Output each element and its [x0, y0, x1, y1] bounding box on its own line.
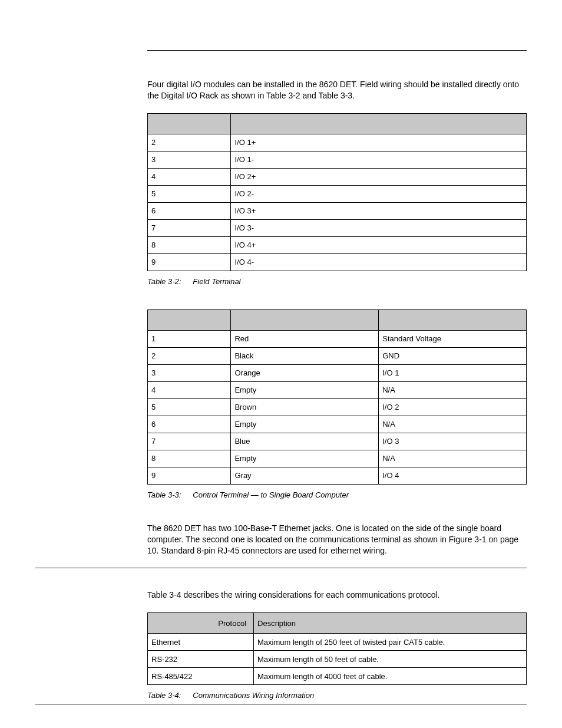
table-row: 4EmptyN/A [148, 381, 527, 398]
cell: Empty [231, 381, 379, 398]
table-3-4: Protocol Description EthernetMaximum len… [147, 612, 527, 685]
caption-label: Table 3-4: [147, 691, 181, 700]
cell: Maximum length of 4000 feet of cable. [254, 668, 527, 685]
cell: Empty [231, 416, 379, 433]
table-row: 9GrayI/O 4 [148, 467, 527, 484]
table-row: 6EmptyN/A [148, 416, 527, 433]
table-3-3: 1RedStandard Voltage 2BlackGND 3OrangeI/… [147, 309, 527, 485]
table-row: 2I/O 1+ [148, 134, 527, 151]
cell: Black [231, 347, 379, 364]
cell: I/O 3- [231, 219, 527, 236]
cell: Standard Voltage [379, 330, 527, 347]
table-3-3-header-blank-1 [148, 309, 231, 330]
table-3-3-caption: Table 3-3:Control Terminal — to Single B… [147, 490, 527, 499]
table-3-3-header-blank-2 [231, 309, 379, 330]
cell: 2 [148, 347, 231, 364]
table-row: RS-232Maximum length of 50 feet of cable… [148, 651, 527, 668]
cell: Brown [231, 398, 379, 416]
table-3-4-header-row: Protocol Description [148, 613, 527, 634]
cell: 7 [148, 219, 231, 236]
cell: Maximum length of 250 feet of twisted pa… [254, 634, 527, 651]
main-content: Four digital I/O modules can be installe… [147, 79, 527, 556]
table-row: 1RedStandard Voltage [148, 330, 527, 347]
cell: Empty [231, 450, 379, 467]
cell: Blue [231, 433, 379, 450]
table-3-2: 2I/O 1+ 3I/O 1- 4I/O 2+ 5I/O 2- 6I/O 3+ … [147, 113, 527, 271]
wiring-intro-paragraph: Table 3-4 describes the wiring considera… [147, 589, 527, 601]
cell: I/O 4+ [231, 236, 527, 253]
cell: 3 [148, 364, 231, 381]
cell: RS-485/422 [148, 668, 254, 685]
cell: Red [231, 330, 379, 347]
table-row: 4I/O 2+ [148, 168, 527, 185]
caption-text: Field Terminal [193, 277, 240, 286]
wiring-section: Table 3-4 describes the wiring considera… [147, 589, 527, 700]
table-3-2-header-blank-1 [148, 113, 231, 134]
table-row: 2BlackGND [148, 347, 527, 364]
cell: 9 [148, 253, 231, 271]
ethernet-paragraph: The 8620 DET has two 100-Base-T Ethernet… [147, 523, 527, 556]
caption-label: Table 3-2: [147, 277, 181, 286]
intro-paragraph: Four digital I/O modules can be installe… [147, 79, 527, 101]
cell: N/A [379, 450, 527, 467]
cell: 2 [148, 134, 231, 151]
table-row: EthernetMaximum length of 250 feet of tw… [148, 634, 527, 651]
cell: 5 [148, 185, 231, 202]
cell: Orange [231, 364, 379, 381]
table-3-2-header-row [148, 113, 527, 134]
cell: 8 [148, 450, 231, 467]
table-row: 9I/O 4- [148, 253, 527, 271]
top-horizontal-rule [147, 50, 527, 51]
cell: 8 [148, 236, 231, 253]
table-3-2-caption: Table 3-2:Field Terminal [147, 277, 527, 286]
table-row: 5BrownI/O 2 [148, 398, 527, 416]
bottom-horizontal-rule [35, 704, 527, 704]
table-3-4-header-protocol: Protocol [148, 613, 254, 634]
page: Four digital I/O modules can be installe… [0, 0, 562, 728]
caption-label: Table 3-3: [147, 490, 181, 499]
caption-text: Control Terminal — to Single Board Compu… [193, 490, 349, 499]
cell: I/O 1+ [231, 134, 527, 151]
cell: I/O 4- [231, 253, 527, 271]
table-row: 8EmptyN/A [148, 450, 527, 467]
cell: I/O 1- [231, 151, 527, 168]
table-row: 8I/O 4+ [148, 236, 527, 253]
cell: I/O 2- [231, 185, 527, 202]
cell: 6 [148, 202, 231, 219]
cell: 4 [148, 381, 231, 398]
table-row: 7I/O 3- [148, 219, 527, 236]
table-row: 5I/O 2- [148, 185, 527, 202]
table-3-4-caption: Table 3-4:Communications Wiring Informat… [147, 691, 527, 700]
table-3-3-header-row [148, 309, 527, 330]
table-row: RS-485/422Maximum length of 4000 feet of… [148, 668, 527, 685]
cell: GND [379, 347, 527, 364]
cell: Ethernet [148, 634, 254, 651]
cell: Maximum length of 50 feet of cable. [254, 651, 527, 668]
cell: 4 [148, 168, 231, 185]
caption-text: Communications Wiring Information [193, 691, 314, 700]
cell: 9 [148, 467, 231, 484]
cell: I/O 2+ [231, 168, 527, 185]
section-horizontal-rule [35, 568, 527, 568]
cell: Gray [231, 467, 379, 484]
table-row: 3OrangeI/O 1 [148, 364, 527, 381]
table-3-4-header-description: Description [254, 613, 527, 634]
cell: N/A [379, 381, 527, 398]
cell: I/O 3 [379, 433, 527, 450]
table-3-3-header-blank-3 [379, 309, 527, 330]
table-row: 7BlueI/O 3 [148, 433, 527, 450]
cell: 6 [148, 416, 231, 433]
cell: I/O 1 [379, 364, 527, 381]
cell: 5 [148, 398, 231, 416]
cell: 3 [148, 151, 231, 168]
table-row: 3I/O 1- [148, 151, 527, 168]
cell: I/O 4 [379, 467, 527, 484]
cell: N/A [379, 416, 527, 433]
cell: I/O 3+ [231, 202, 527, 219]
cell: I/O 2 [379, 398, 527, 416]
cell: 7 [148, 433, 231, 450]
cell: RS-232 [148, 651, 254, 668]
cell: 1 [148, 330, 231, 347]
table-row: 6I/O 3+ [148, 202, 527, 219]
table-3-2-header-blank-2 [231, 113, 527, 134]
